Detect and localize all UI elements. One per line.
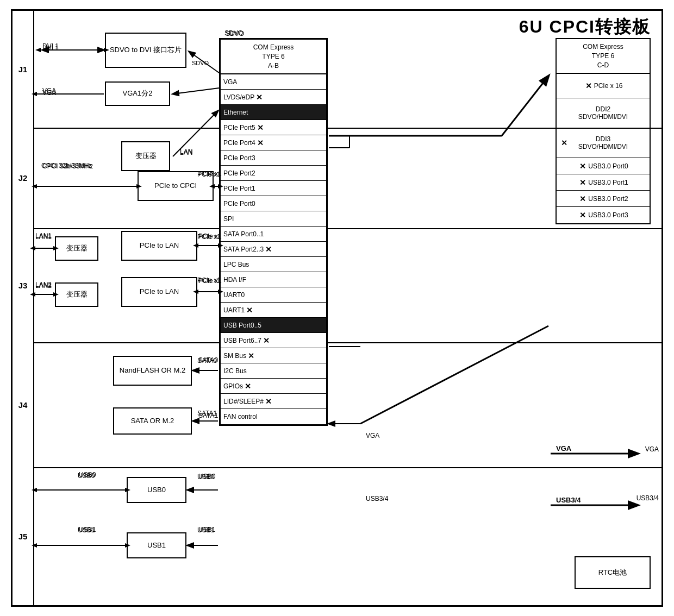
com-row-lvds: LVDS/eDP ✕ xyxy=(221,90,326,105)
j2-label: J2 xyxy=(13,128,34,228)
pcie-x1-top-text: PCIe x1 xyxy=(198,170,222,178)
svg-line-8 xyxy=(173,88,219,94)
pcie-x1-2-text: PCIe x1 xyxy=(198,277,222,285)
com-row-usb05: USB Port0..5 xyxy=(221,318,326,333)
sata0-text: SATA0 xyxy=(198,356,218,364)
vga-right-text: VGA xyxy=(556,444,572,452)
vga-splitter-block: VGA1分2 xyxy=(105,81,170,106)
svg-line-45 xyxy=(360,326,548,424)
right-row-ddi2: DDI2 SDVO/HDMI/DVI xyxy=(557,98,650,128)
dvi1-text: DVI 1 xyxy=(42,42,59,50)
svg-marker-3 xyxy=(35,48,41,52)
vga-left-text: VGA xyxy=(42,87,56,95)
com-row-pcie2: PCIe Port2 xyxy=(221,166,326,181)
sata-m2-block: SATA OR M.2 xyxy=(113,407,192,435)
j1-label: J1 xyxy=(13,11,34,128)
com-row-lpc: LPC Bus xyxy=(221,257,326,272)
transformer1-block: 变压器 xyxy=(121,141,170,171)
com-row-pcie0: PCIe Port0 xyxy=(221,196,326,211)
com-row-uart0: UART0 xyxy=(221,287,326,303)
usb1-left-text: USB1 xyxy=(79,526,96,533)
com-express-cd: COM ExpressTYPE 6C-D ✕ PCIe x 16 DDI2 SD… xyxy=(556,38,651,224)
cpci-text: CPCI 32b/33MHz xyxy=(41,162,92,169)
usb34-right-text2: USB3/4 xyxy=(636,494,659,502)
com-row-pcie4: PCIe Port4 ✕ xyxy=(221,135,326,150)
right-row-pcie16: ✕ PCIe x 16 xyxy=(557,74,650,98)
j3-label: J3 xyxy=(13,228,34,342)
usb0-chip-block: USB0 xyxy=(127,477,186,503)
com-row-ethernet: Ethernet xyxy=(221,105,326,120)
com-row-hda: HDA I/F xyxy=(221,272,326,287)
right-row-ddi3: ✕ DDI3 SDVO/HDMI/DVI xyxy=(557,128,650,158)
com-express-ab: COM ExpressTYPE 6A-B VGA LVDS/eDP ✕ Ethe… xyxy=(219,38,328,426)
pcie-to-lan1-block: PCIe to LAN xyxy=(121,231,197,261)
right-row-usb30-0: ✕ USB3.0 Port0 xyxy=(557,158,650,174)
j5-label: J5 xyxy=(13,467,34,606)
com-row-usb67: USB Port6..7 ✕ xyxy=(221,333,326,348)
transformer-lan2-block: 变压器 xyxy=(55,282,98,307)
sdvo-line-label: SDVO xyxy=(192,60,209,66)
svg-line-5 xyxy=(189,52,219,73)
nand-flash-block: NandFLASH OR M.2 xyxy=(113,356,192,386)
com-row-vga: VGA xyxy=(221,74,326,90)
right-row-usb30-3: ✕ USB3.0 Port3 xyxy=(557,207,650,223)
sdvo-chip-block: SDVO to DVI 接口芯片 xyxy=(105,33,186,68)
right-row-usb30-1: ✕ USB3.0 Port1 xyxy=(557,174,650,191)
com-row-gpio: GPIOs ✕ xyxy=(221,379,326,394)
com-row-pcie5: PCIe Port5 ✕ xyxy=(221,120,326,135)
usb0-right-text: USB0 xyxy=(198,473,215,480)
usb1-right-text: USB1 xyxy=(198,526,215,533)
rtc-block: RTC电池 xyxy=(575,556,651,589)
transformer-lan1-block: 变压器 xyxy=(55,236,98,261)
usb34-right-text: USB3/4 xyxy=(556,496,581,504)
com-header-cd: COM ExpressTYPE 6C-D xyxy=(557,39,650,74)
lan2-text: LAN2 xyxy=(35,281,52,288)
com-row-uart1: UART1 ✕ xyxy=(221,303,326,318)
usb1-chip-block: USB1 xyxy=(127,532,186,558)
com-row-lid: LID#/SLEEP# ✕ xyxy=(221,394,326,409)
com-row-pcie1: PCIe Port1 xyxy=(221,181,326,196)
lan1-text: LAN1 xyxy=(35,232,52,240)
lan-text: LAN xyxy=(180,148,192,155)
com-row-smbus: SM Bus ✕ xyxy=(221,348,326,363)
com-row-pcie3: PCIe Port3 xyxy=(221,150,326,166)
vga-right-label: VGA xyxy=(366,432,379,439)
com-header-ab: COM ExpressTYPE 6A-B xyxy=(221,40,326,74)
pcie-to-lan2-block: PCIe to LAN xyxy=(121,277,197,307)
com-row-sata01: SATA Port0..1 xyxy=(221,227,326,242)
svg-line-41 xyxy=(502,76,548,136)
com-row-fan: FAN control xyxy=(221,409,326,424)
sata1-text: SATA1 xyxy=(198,412,218,419)
page-title: 6U CPCI转接板 xyxy=(519,15,651,39)
com-row-i2c: I2C Bus xyxy=(221,363,326,379)
sdvo-top-text: SDVO xyxy=(226,30,244,37)
pcie-x1-bot-text: PCIe x1 xyxy=(198,232,222,240)
usb0-left-text: USB0 xyxy=(79,471,96,479)
usb34-label: USB3/4 xyxy=(366,495,389,502)
right-row-usb30-2: ✕ USB3.0 Port2 xyxy=(557,191,650,207)
com-row-spi: SPI xyxy=(221,211,326,227)
j4-label: J4 xyxy=(13,342,34,467)
com-row-sata23: SATA Port2..3 ✕ xyxy=(221,242,326,257)
vga-right-text2: VGA xyxy=(645,445,659,453)
